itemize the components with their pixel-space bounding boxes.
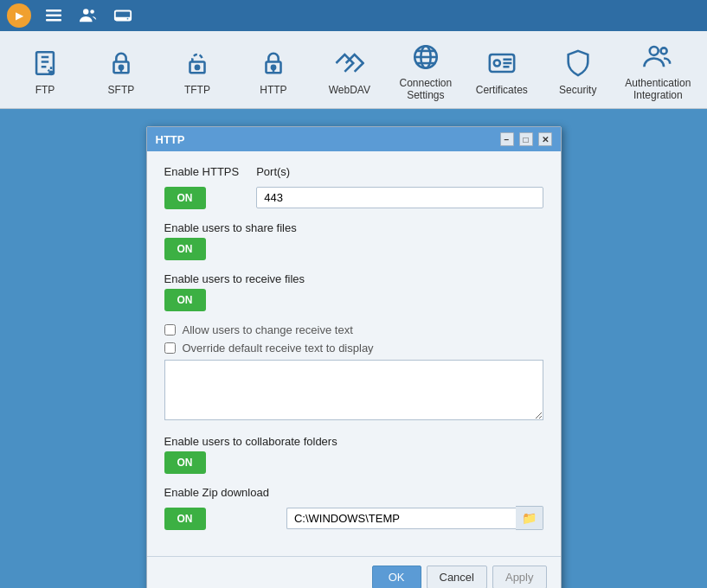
auth-label: Authentication Integration <box>621 77 695 101</box>
top-bar: ▶ <box>0 0 707 31</box>
list-icon <box>44 6 63 25</box>
ftp-label: FTP <box>35 84 55 96</box>
list-button[interactable] <box>42 3 66 28</box>
drive-icon <box>113 6 132 25</box>
play-icon: ▶ <box>7 3 31 28</box>
port-label: Port(s) <box>256 165 543 178</box>
svg-point-3 <box>83 9 88 14</box>
play-button[interactable]: ▶ <box>7 3 31 28</box>
certificates-label: Certificates <box>476 84 528 96</box>
https-toggle[interactable]: ON <box>164 187 206 209</box>
receive-textarea[interactable] <box>164 360 543 420</box>
svg-point-14 <box>196 65 199 68</box>
allow-change-label: Allow users to change receive text <box>183 323 353 336</box>
svg-point-11 <box>119 65 123 68</box>
http-dialog: HTTP − □ ✕ Enable HTTPS ON Port(s) <box>146 126 562 588</box>
connection-icon <box>410 42 441 72</box>
svg-rect-0 <box>46 10 61 12</box>
zip-row: Enable Zip download ON 📁 <box>164 486 543 530</box>
dialog-title: HTTP <box>156 133 185 146</box>
toolbar-item-http[interactable]: HTTP <box>237 35 310 105</box>
svg-point-29 <box>661 48 667 54</box>
allow-change-checkbox[interactable] <box>164 324 176 336</box>
svg-point-4 <box>90 10 94 14</box>
ftp-icon <box>29 48 61 79</box>
tftp-icon <box>182 48 213 79</box>
cancel-button[interactable]: Cancel <box>427 566 487 588</box>
port-col: Port(s) <box>256 165 543 209</box>
http-label: HTTP <box>260 84 286 96</box>
svg-point-7 <box>127 18 129 20</box>
collaborate-label: Enable users to collaborate folders <box>164 435 543 448</box>
webdav-label: WebDAV <box>329 84 370 96</box>
svg-point-9 <box>48 70 54 75</box>
share-label: Enable users to share files <box>164 221 543 234</box>
port-input[interactable] <box>256 187 543 208</box>
dialog-maximize-button[interactable]: □ <box>519 132 533 146</box>
drive-button[interactable] <box>111 3 135 28</box>
collaborate-toggle[interactable]: ON <box>164 451 206 474</box>
folder-browse-button[interactable]: 📁 <box>516 506 543 530</box>
svg-rect-1 <box>46 15 61 17</box>
connection-label: Connection Settings <box>393 77 459 101</box>
svg-point-16 <box>272 65 275 68</box>
users-button[interactable] <box>76 3 100 28</box>
toolbar-item-sftp[interactable]: SFTP <box>85 35 157 105</box>
dialog-titlebar: HTTP − □ ✕ <box>147 127 561 151</box>
zip-label: Enable Zip download <box>164 486 269 499</box>
toolbar-item-tftp[interactable]: TFTP <box>161 35 234 105</box>
zip-path-input[interactable] <box>286 508 516 529</box>
users-icon <box>79 6 98 25</box>
dialog-close-button[interactable]: ✕ <box>538 132 552 146</box>
https-label: Enable HTTPS <box>164 165 240 178</box>
toolbar-item-certificates[interactable]: Certificates <box>466 35 538 105</box>
sftp-icon <box>106 48 137 79</box>
main-area: HTTP − □ ✕ Enable HTTPS ON Port(s) <box>0 109 707 588</box>
svg-point-24 <box>494 60 500 66</box>
collaborate-row: Enable users to collaborate folders ON <box>164 435 543 474</box>
ok-button[interactable]: OK <box>372 566 421 588</box>
allow-change-row: Allow users to change receive text <box>164 323 543 336</box>
auth-icon <box>642 42 673 72</box>
toolbar-item-security[interactable]: Security <box>542 35 614 105</box>
dialog-minimize-button[interactable]: − <box>500 132 514 146</box>
override-default-checkbox[interactable] <box>164 342 176 354</box>
zip-path-row: 📁 <box>286 506 543 530</box>
http-icon <box>258 48 289 79</box>
certificates-icon <box>486 48 517 79</box>
toolbar: FTP SFTP TFTP <box>0 31 707 109</box>
toolbar-item-webdav[interactable]: WebDAV <box>313 35 386 105</box>
dialog-title-controls: − □ ✕ <box>500 132 552 146</box>
folder-icon: 📁 <box>522 511 537 525</box>
sftp-label: SFTP <box>108 84 135 96</box>
svg-rect-2 <box>46 19 61 22</box>
security-label: Security <box>559 84 596 96</box>
security-icon <box>562 48 594 79</box>
receive-row: Enable users to receive files ON <box>164 272 543 311</box>
zip-toggle[interactable]: ON <box>164 508 206 530</box>
zip-path-col: 📁 <box>286 506 543 530</box>
dialog-footer: OK Cancel Apply <box>147 556 561 588</box>
share-toggle[interactable]: ON <box>164 238 206 260</box>
toolbar-item-connection[interactable]: Connection Settings <box>389 35 462 105</box>
dialog-body: Enable HTTPS ON Port(s) Enable users to … <box>147 151 561 556</box>
override-default-row: Override default receive text to display <box>164 342 543 355</box>
receive-toggle[interactable]: ON <box>164 289 206 311</box>
webdav-icon <box>334 48 365 79</box>
toolbar-item-auth[interactable]: Authentication Integration <box>618 35 698 105</box>
zip-toggle-col: Enable Zip download ON <box>164 486 269 530</box>
https-col: Enable HTTPS ON <box>164 165 240 209</box>
apply-button[interactable]: Apply <box>492 566 547 588</box>
svg-rect-6 <box>115 17 131 21</box>
share-row: Enable users to share files ON <box>164 221 543 260</box>
toolbar-item-ftp[interactable]: FTP <box>9 35 81 105</box>
receive-label: Enable users to receive files <box>164 272 543 285</box>
svg-point-28 <box>650 46 659 54</box>
override-default-label: Override default receive text to display <box>183 342 374 355</box>
https-port-row: Enable HTTPS ON Port(s) <box>164 165 543 209</box>
tftp-label: TFTP <box>184 84 210 96</box>
